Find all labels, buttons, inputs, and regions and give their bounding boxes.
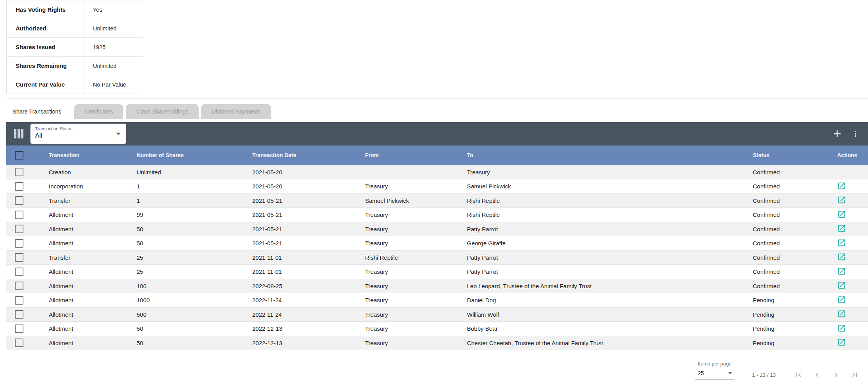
cell-number-of-shares: 500	[131, 307, 246, 322]
cell-transaction-date: 2021-05-21	[246, 193, 359, 208]
open-in-new-icon[interactable]	[837, 309, 846, 318]
cell-transaction: Allotment	[43, 293, 131, 308]
page-nav-buttons	[794, 371, 859, 379]
cell-to: Patty Parrot	[461, 265, 747, 279]
row-checkbox[interactable]	[15, 339, 23, 347]
cell-transaction: Creation	[43, 165, 131, 179]
cell-transaction: Allotment	[43, 236, 131, 251]
header-status: Status	[747, 145, 828, 165]
open-in-new-icon[interactable]	[837, 252, 846, 261]
share-class-page: Has Voting Rights Yes Authorized Unlimit…	[0, 0, 868, 383]
cell-status: Confirmed	[747, 165, 828, 179]
select-all-checkbox[interactable]	[15, 151, 23, 160]
cell-number-of-shares: 50	[131, 322, 246, 336]
cell-from: Treasury	[359, 293, 461, 308]
dropdown-caret-icon	[728, 372, 732, 374]
cell-transaction-date: 2021-05-21	[246, 208, 359, 222]
row-checkbox[interactable]	[15, 211, 23, 219]
row-checkbox[interactable]	[15, 253, 23, 262]
first-page-icon[interactable]	[794, 371, 803, 379]
header-transaction-date: Transaction Date	[246, 145, 359, 165]
row-checkbox[interactable]	[15, 296, 23, 305]
open-in-new-icon[interactable]	[837, 295, 846, 304]
cell-number-of-shares: 99	[131, 208, 246, 222]
summary-value: Unlimited	[84, 57, 143, 75]
cell-transaction: Allotment	[43, 279, 131, 293]
open-in-new-icon[interactable]	[837, 224, 846, 233]
share-transactions-panel: Transaction Status All	[6, 122, 868, 383]
transaction-row: Allotment 50 2022-12-13 Treasury Bobby B…	[6, 322, 868, 336]
cell-transaction: Transfer	[43, 250, 131, 265]
row-checkbox[interactable]	[15, 324, 23, 333]
cell-from: Treasury	[359, 307, 461, 322]
cell-from: Treasury	[359, 265, 461, 279]
last-page-icon[interactable]	[850, 371, 859, 379]
summary-label: Shares Remaining	[7, 57, 84, 75]
cell-to: Treasury	[461, 165, 747, 179]
view-columns-icon[interactable]	[14, 129, 23, 138]
transaction-row: Incorporation 1 2021-05-20 Treasury Samu…	[6, 179, 868, 194]
open-in-new-icon[interactable]	[837, 238, 846, 247]
summary-row: Current Par Value No Par Value	[7, 75, 143, 94]
cell-transaction-date: 2021-05-21	[246, 236, 359, 251]
cell-transaction: Allotment	[43, 322, 131, 336]
table-header-row: Transaction Number of Shares Transaction…	[6, 145, 868, 165]
cell-to: Leo Leopard, Trustee of the Animal Famil…	[461, 279, 747, 293]
cell-status: Pending	[747, 322, 828, 336]
cell-transaction-date: 2021-11-01	[246, 265, 359, 279]
transaction-row: Allotment 100 2022-08-25 Treasury Leo Le…	[6, 279, 868, 293]
tab-certificates[interactable]: Certificates	[74, 104, 124, 119]
tab-class-shareholdings[interactable]: Class Shareholdings	[126, 104, 199, 119]
cell-status: Pending	[747, 336, 828, 350]
summary-value: Unlimited	[84, 19, 143, 38]
row-checkbox[interactable]	[15, 168, 23, 176]
cell-number-of-shares: 25	[131, 250, 246, 265]
cell-transaction: Allotment	[43, 222, 131, 236]
open-in-new-icon[interactable]	[837, 324, 846, 333]
cell-number-of-shares: 50	[131, 222, 246, 236]
transaction-row: Allotment 50 2022-12-13 Treasury Chester…	[6, 336, 868, 350]
summary-row: Shares Issued 1925	[7, 38, 143, 57]
tab-dividend-payments[interactable]: Dividend Payments	[201, 104, 271, 119]
open-in-new-icon[interactable]	[837, 181, 846, 190]
summary-row: Authorized Unlimited	[7, 19, 143, 38]
cell-status: Confirmed	[747, 222, 828, 236]
chevron-left-icon[interactable]	[813, 371, 822, 379]
summary-value: Yes	[84, 0, 143, 19]
cell-status: Confirmed	[747, 250, 828, 265]
cell-number-of-shares: 1	[131, 193, 246, 208]
add-icon[interactable]	[831, 128, 843, 140]
open-in-new-icon[interactable]	[837, 210, 846, 219]
row-checkbox[interactable]	[15, 182, 23, 191]
transaction-status-filter[interactable]: Transaction Status All	[30, 124, 126, 144]
cell-from: Treasury	[359, 322, 461, 336]
dropdown-caret-icon	[116, 133, 121, 135]
open-in-new-icon[interactable]	[837, 267, 846, 276]
cell-transaction-date: 2021-05-21	[246, 222, 359, 236]
cell-to: Rishi Reptile	[461, 193, 747, 208]
chevron-right-icon[interactable]	[832, 371, 840, 379]
cell-from: Treasury	[359, 222, 461, 236]
open-in-new-icon[interactable]	[837, 281, 846, 290]
cell-from	[359, 165, 461, 179]
open-in-new-icon[interactable]	[837, 338, 846, 347]
items-per-page-select[interactable]: 25	[695, 370, 734, 379]
open-in-new-icon[interactable]	[837, 195, 846, 204]
row-checkbox[interactable]	[15, 310, 23, 319]
row-checkbox[interactable]	[15, 225, 23, 233]
filter-label: Transaction Status	[35, 126, 121, 131]
cell-to: Rishi Reptile	[461, 208, 747, 222]
row-checkbox[interactable]	[15, 196, 23, 205]
row-checkbox[interactable]	[15, 239, 23, 248]
summary-label: Has Voting Rights	[7, 0, 84, 19]
cell-number-of-shares: 100	[131, 279, 246, 293]
tab-share-transactions[interactable]: Share Transactions	[2, 104, 72, 119]
cell-status: Confirmed	[747, 265, 828, 279]
row-checkbox[interactable]	[15, 282, 23, 290]
cell-transaction: Allotment	[43, 208, 131, 222]
cell-to: George Giraffe	[461, 236, 747, 251]
summary-label: Authorized	[7, 19, 84, 38]
header-to: To	[461, 145, 747, 165]
kebab-menu-icon[interactable]	[851, 129, 860, 139]
row-checkbox[interactable]	[15, 268, 23, 276]
